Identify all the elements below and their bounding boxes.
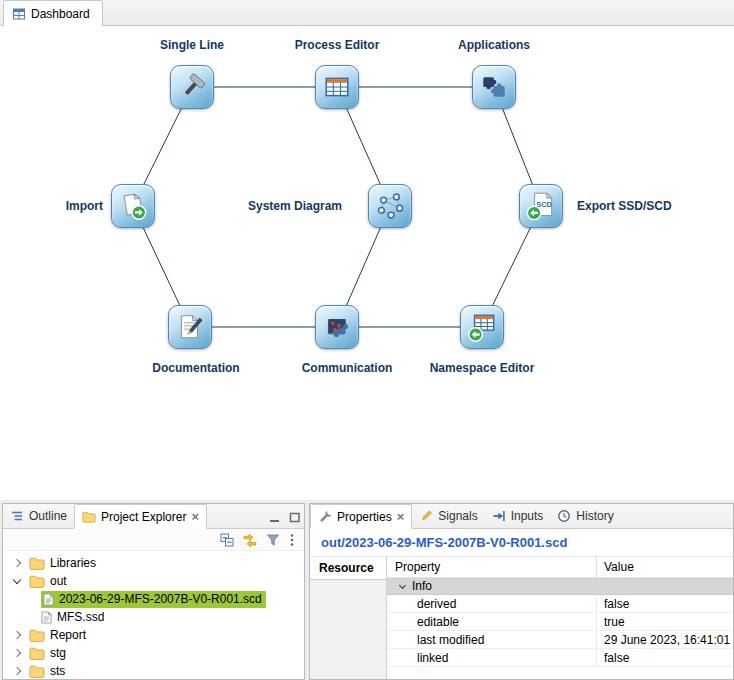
property-value[interactable]: true — [597, 615, 733, 629]
minimize-icon — [268, 511, 281, 524]
collapse-all-button[interactable] — [220, 533, 234, 547]
document-pencil-icon — [175, 312, 205, 342]
explorer-toolbar — [3, 529, 304, 551]
maximize-button[interactable] — [284, 506, 304, 528]
properties-panel: Properties Signals Inputs — [309, 503, 734, 680]
documentation-icon[interactable] — [168, 305, 212, 349]
dashboard-node-label-import: Import — [18, 199, 103, 213]
tree-item-label: MFS.ssd — [57, 610, 104, 624]
tab-dashboard[interactable]: Dashboard — [3, 0, 103, 26]
bottom-panels: Outline Project Explorer — [0, 500, 734, 680]
link-with-editor-button[interactable] — [243, 533, 257, 547]
properties-tabbar: Properties Signals Inputs — [310, 504, 733, 529]
property-value[interactable]: false — [597, 651, 733, 665]
dashboard-icon — [12, 7, 26, 21]
property-name: last modified — [387, 631, 597, 648]
tree-item-label: stg — [50, 646, 66, 660]
close-icon[interactable] — [397, 510, 405, 524]
dashboard-node-label-process-editor: Process Editor — [277, 38, 397, 52]
tree-item-stg[interactable]: stg — [3, 644, 304, 662]
document-import-icon — [118, 191, 148, 221]
property-name: derived — [387, 595, 597, 612]
dashboard-node-communication[interactable] — [315, 305, 359, 349]
tab-label: Signals — [438, 509, 477, 523]
dashboard-node-single-line[interactable] — [170, 65, 214, 109]
editor-tabbar: Dashboard — [0, 0, 734, 26]
minimize-button[interactable] — [264, 506, 284, 528]
property-value[interactable]: false — [597, 597, 733, 611]
dashboard-node-label-documentation: Documentation — [136, 361, 256, 375]
table-row[interactable]: last modified 29 June 2023, 16:41:01 — [387, 631, 733, 649]
tab-label: Dashboard — [31, 7, 90, 21]
chevron-down-icon[interactable] — [13, 576, 21, 584]
dashboard-node-documentation[interactable] — [168, 305, 212, 349]
tab-signals[interactable]: Signals — [412, 503, 484, 528]
connector-lines — [0, 26, 734, 500]
outline-icon — [10, 509, 24, 523]
chevron-down-icon[interactable] — [399, 581, 406, 588]
tree-item-libraries[interactable]: Libraries — [3, 554, 304, 572]
scd-document-export-icon: SCD — [525, 190, 557, 222]
explorer-tabbar: Outline Project Explorer — [3, 504, 304, 529]
tree-item-report[interactable]: Report — [3, 626, 304, 644]
tree-item-ssd-file[interactable]: MFS.ssd — [3, 608, 304, 626]
side-tab-resource[interactable]: Resource — [310, 557, 386, 580]
chevron-right-icon[interactable] — [13, 667, 21, 675]
chevron-right-icon[interactable] — [13, 559, 21, 567]
link-with-editor-icon — [243, 533, 257, 547]
dashboard-canvas: Single Line Process Editor Applications … — [0, 26, 734, 500]
scd-file-icon — [43, 593, 54, 606]
folder-icon — [29, 557, 45, 570]
tab-history[interactable]: History — [550, 503, 620, 528]
system-diagram-icon[interactable] — [368, 184, 412, 228]
project-explorer-panel: Outline Project Explorer — [2, 503, 305, 680]
export-ssd-scd-icon[interactable]: SCD — [519, 184, 563, 228]
column-header-value[interactable]: Value — [597, 560, 733, 574]
puzzle-network-icon — [322, 312, 352, 342]
table-row[interactable]: derived false — [387, 595, 733, 613]
column-header-property[interactable]: Property — [387, 557, 597, 577]
tab-properties[interactable]: Properties — [310, 504, 412, 529]
properties-side-tabs: Resource — [310, 557, 387, 679]
tree-item-scd-file[interactable]: 2023-06-29-MFS-2007B-V0-R001.scd — [3, 590, 304, 608]
puzzle-icon — [479, 72, 509, 102]
filter-button[interactable] — [266, 533, 280, 547]
dashboard-node-process-editor[interactable] — [315, 65, 359, 109]
namespace-editor-icon[interactable] — [460, 305, 504, 349]
import-icon[interactable] — [111, 184, 155, 228]
property-name: linked — [387, 649, 597, 666]
dashboard-node-label-namespace-editor: Namespace Editor — [412, 361, 552, 375]
view-menu-button[interactable] — [289, 533, 295, 547]
tab-project-explorer[interactable]: Project Explorer — [74, 504, 207, 529]
dashboard-node-export[interactable]: SCD — [519, 184, 563, 228]
clock-icon — [557, 509, 571, 523]
project-explorer-icon — [82, 511, 96, 523]
communication-icon[interactable] — [315, 305, 359, 349]
dashboard-node-import[interactable] — [111, 184, 155, 228]
table-arrow-icon — [466, 311, 498, 343]
table-row[interactable]: editable true — [387, 613, 733, 631]
dashboard-node-namespace-editor[interactable] — [460, 305, 504, 349]
properties-table: Property Value Info derived false editab… — [387, 557, 733, 679]
tab-label: Project Explorer — [101, 510, 186, 524]
tree-item-sts[interactable]: sts — [3, 662, 304, 679]
collapse-all-icon — [220, 533, 234, 547]
dashboard-node-system-diagram[interactable] — [368, 184, 412, 228]
chevron-right-icon[interactable] — [13, 631, 21, 639]
group-row-info[interactable]: Info — [387, 578, 733, 595]
dashboard-node-applications[interactable] — [472, 65, 516, 109]
process-editor-icon[interactable] — [315, 65, 359, 109]
dashboard-node-label-applications: Applications — [434, 38, 554, 52]
close-icon[interactable] — [191, 510, 199, 524]
applications-icon[interactable] — [472, 65, 516, 109]
tab-outline[interactable]: Outline — [3, 503, 74, 528]
tab-inputs[interactable]: Inputs — [485, 503, 551, 528]
property-value[interactable]: 29 June 2023, 16:41:01 — [597, 633, 733, 647]
table-icon — [323, 73, 351, 101]
single-line-icon[interactable] — [170, 65, 214, 109]
table-row[interactable]: linked false — [387, 649, 733, 667]
ssd-file-icon — [41, 611, 52, 624]
tree-item-out[interactable]: out — [3, 572, 304, 590]
chevron-right-icon[interactable] — [13, 649, 21, 657]
maximize-icon — [288, 511, 301, 524]
